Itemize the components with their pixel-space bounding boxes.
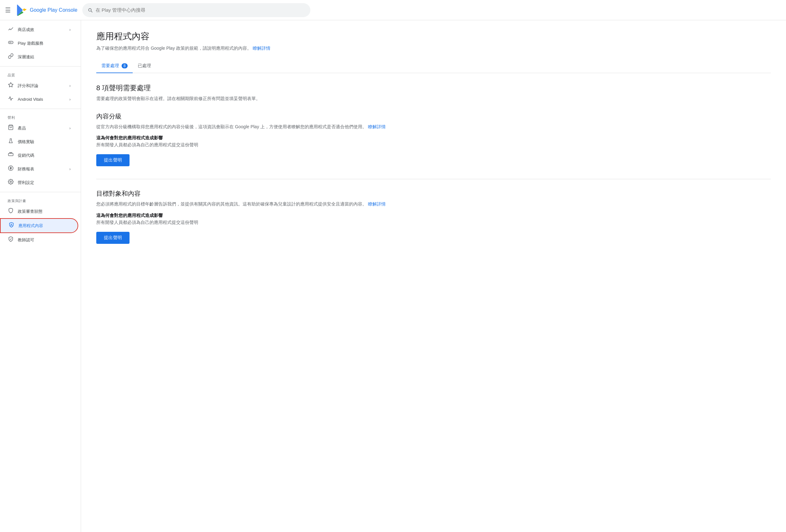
cart-icon bbox=[7, 124, 14, 132]
sidebar-item-deep-link[interactable]: 深層連結 bbox=[0, 50, 78, 64]
sidebar-item-pricing-label: 價格實驗 bbox=[18, 139, 71, 145]
sidebar-item-monetize-settings[interactable]: 營利設定 bbox=[0, 176, 78, 189]
pending-desc: 需要處理的政策聲明會顯示在這裡。請在相關期限前修正所有問題並填妥聲明表單。 bbox=[96, 95, 771, 102]
star-icon bbox=[7, 82, 14, 89]
sidebar-divider-3 bbox=[0, 192, 81, 192]
sidebar-item-promo-label: 促銷代碼 bbox=[18, 153, 71, 158]
tab-pending[interactable]: 需要處理 8 bbox=[96, 59, 133, 73]
logo-text: Google Play Console bbox=[30, 7, 77, 13]
shield-person-icon bbox=[8, 222, 15, 229]
sidebar: 商店成效 › Play 遊戲服務 深層連結 品質 評分和評論 › bbox=[0, 20, 81, 532]
sidebar-item-finance-label: 財務報表 bbox=[18, 166, 66, 172]
sidebar-item-ratings[interactable]: 評分和評論 › bbox=[0, 79, 78, 92]
sidebar-item-monetize-settings-label: 營利設定 bbox=[18, 180, 71, 186]
page-subtitle-link[interactable]: 瞭解詳情 bbox=[253, 46, 271, 51]
content-rating-link[interactable]: 瞭解詳情 bbox=[368, 124, 386, 129]
section-target-audience-impact-desc: 所有開發人員都必須為自己的應用程式提交這份聲明 bbox=[96, 220, 771, 226]
promo-icon bbox=[7, 152, 14, 159]
chevron-right-icon-2: › bbox=[69, 84, 71, 88]
page-title: 應用程式內容 bbox=[96, 30, 771, 42]
sidebar-divider-1 bbox=[0, 66, 81, 67]
sidebar-item-ratings-label: 評分和評論 bbox=[18, 83, 66, 89]
pending-badge: 8 bbox=[122, 63, 128, 68]
settings-icon bbox=[7, 179, 14, 186]
sidebar-section-policy: 政策與計畫 bbox=[0, 195, 81, 205]
tabs: 需要處理 8 已處理 bbox=[96, 59, 771, 73]
section-target-audience-impact-title: 這為何會對您的應用程式造成影響 bbox=[96, 213, 771, 218]
section-divider-1 bbox=[96, 179, 771, 179]
section-content-rating-title: 內容分級 bbox=[96, 112, 771, 121]
section-content-rating-impact-desc: 所有開發人員都必須為自己的應用程式提交這份聲明 bbox=[96, 142, 771, 148]
sidebar-item-android-vitals-label: Android Vitals bbox=[18, 97, 66, 102]
sidebar-item-app-content[interactable]: 應用程式內容 bbox=[0, 218, 78, 233]
sidebar-item-play-games[interactable]: Play 遊戲服務 bbox=[0, 37, 78, 50]
dollar-icon bbox=[7, 165, 14, 172]
sidebar-divider-2 bbox=[0, 109, 81, 109]
tab-processed[interactable]: 已處理 bbox=[133, 59, 156, 73]
chevron-right-icon-4: › bbox=[69, 126, 71, 131]
sidebar-section-quality: 品質 bbox=[0, 69, 81, 79]
pending-title: 8 項聲明需要處理 bbox=[96, 83, 771, 93]
section-target-audience-title: 目標對象和內容 bbox=[96, 189, 771, 198]
sidebar-item-teacher-label: 教師認可 bbox=[18, 237, 71, 243]
svg-rect-2 bbox=[8, 153, 13, 156]
content-rating-submit-button[interactable]: 提出聲明 bbox=[96, 154, 130, 166]
sidebar-item-store-performance-label: 商店成效 bbox=[18, 27, 66, 32]
trending-up-icon bbox=[7, 26, 14, 33]
flask-icon bbox=[7, 138, 14, 145]
sidebar-item-app-content-label: 應用程式內容 bbox=[18, 223, 70, 229]
header: ☰ Google Play Console bbox=[0, 0, 786, 20]
sidebar-item-products[interactable]: 產品 › bbox=[0, 121, 78, 135]
sidebar-item-deep-link-label: 深層連結 bbox=[18, 54, 71, 60]
hamburger-icon[interactable]: ☰ bbox=[5, 6, 11, 14]
main-layout: 商店成效 › Play 遊戲服務 深層連結 品質 評分和評論 › bbox=[0, 20, 786, 532]
section-content-rating-impact-title: 這為何會對您的應用程式造成影響 bbox=[96, 135, 771, 141]
section-content-rating-desc: 從官方內容分級機構取得您應用程式的內容分級後，這項資訊會顯示在 Google P… bbox=[96, 123, 771, 130]
sidebar-item-teacher[interactable]: 教師認可 bbox=[0, 233, 78, 247]
page-subtitle: 為了確保您的應用程式符合 Google Play 政策的規範，請說明應用程式的內… bbox=[96, 45, 771, 52]
sidebar-item-store-performance[interactable]: 商店成效 › bbox=[0, 23, 78, 37]
gamepad-icon bbox=[7, 40, 14, 47]
target-audience-link[interactable]: 瞭解詳情 bbox=[368, 201, 386, 206]
sidebar-item-finance[interactable]: 財務報表 › bbox=[0, 162, 78, 176]
search-box bbox=[82, 3, 310, 17]
sidebar-item-play-games-label: Play 遊戲服務 bbox=[18, 41, 71, 46]
google-play-logo-icon bbox=[16, 4, 27, 16]
section-target-audience-desc: 您必須將應用程式的目標年齡層告訴我們，並提供有關其內容的其他資訊。這有助於確保專… bbox=[96, 201, 771, 207]
shield-check-icon bbox=[7, 236, 14, 244]
link-icon bbox=[7, 53, 14, 61]
chevron-right-icon: › bbox=[69, 27, 71, 32]
sidebar-section-monetize: 營利 bbox=[0, 112, 81, 121]
sidebar-item-products-label: 產品 bbox=[18, 125, 66, 131]
sidebar-item-android-vitals[interactable]: Android Vitals › bbox=[0, 92, 78, 106]
sidebar-item-promo[interactable]: 促銷代碼 bbox=[0, 148, 78, 162]
sidebar-item-pricing[interactable]: 價格實驗 bbox=[0, 135, 78, 148]
search-input[interactable] bbox=[96, 7, 306, 13]
target-audience-submit-button[interactable]: 提出聲明 bbox=[96, 232, 130, 244]
shield-icon bbox=[7, 208, 14, 215]
sidebar-item-policy-status[interactable]: 政策審查狀態 bbox=[0, 205, 78, 218]
section-content-rating: 內容分級 從官方內容分級機構取得您應用程式的內容分級後，這項資訊會顯示在 Goo… bbox=[96, 112, 771, 166]
chevron-right-icon-5: › bbox=[69, 167, 71, 171]
search-icon bbox=[87, 7, 93, 13]
main-content: 應用程式內容 為了確保您的應用程式符合 Google Play 政策的規範，請說… bbox=[81, 20, 786, 532]
logo[interactable]: Google Play Console bbox=[16, 4, 77, 16]
svg-point-4 bbox=[10, 181, 12, 183]
vitals-icon bbox=[7, 96, 14, 103]
section-target-audience: 目標對象和內容 您必須將應用程式的目標年齡層告訴我們，並提供有關其內容的其他資訊… bbox=[96, 189, 771, 244]
sidebar-item-policy-status-label: 政策審查狀態 bbox=[18, 209, 71, 214]
chevron-right-icon-3: › bbox=[69, 97, 71, 102]
